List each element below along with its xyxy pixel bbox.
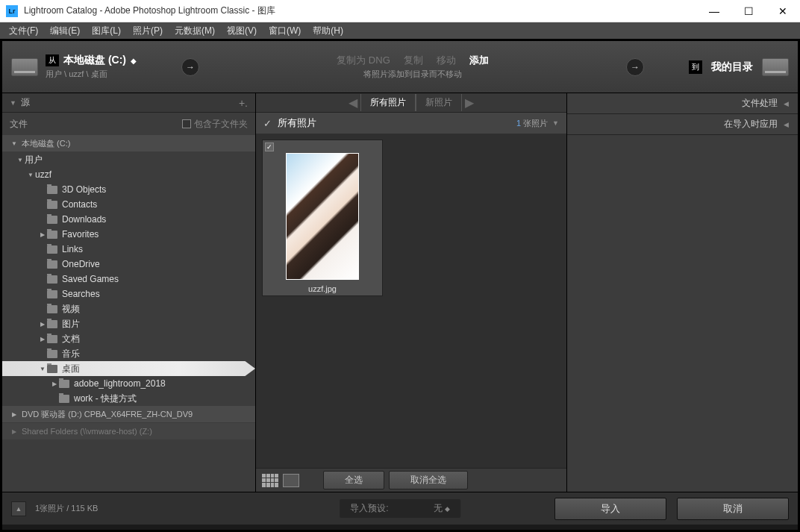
tree-item[interactable]: Saved Games xyxy=(2,272,255,287)
nav-next-icon[interactable]: → xyxy=(626,58,644,76)
folder-icon xyxy=(47,231,57,239)
tab-all-photos[interactable]: 所有照片 xyxy=(360,94,416,111)
grid-view-button[interactable] xyxy=(262,474,278,487)
menu-bar: 文件(F) 编辑(E) 图库(L) 照片(P) 元数据(M) 视图(V) 窗口(… xyxy=(0,22,800,39)
tree-item[interactable]: ▶图片 xyxy=(2,316,255,331)
menu-file[interactable]: 文件(F) xyxy=(3,23,44,39)
status-text: 1张照片 / 115 KB xyxy=(35,503,98,514)
folder-icon xyxy=(47,350,57,358)
photo-count-label: 张照片 xyxy=(523,119,548,128)
tree-item[interactable]: Links xyxy=(2,242,255,257)
source-selector[interactable]: 从 本地磁盘 (C:) ◆ xyxy=(46,54,137,67)
menu-photo[interactable]: 照片(P) xyxy=(127,23,169,39)
tree-item[interactable]: work - 快捷方式 xyxy=(2,391,255,406)
photo-count-number: 1 xyxy=(516,119,521,128)
thumbnail-filename: uzzf.jpg xyxy=(265,284,380,293)
tree-label: adobe_lightroom_2018 xyxy=(74,378,166,389)
folder-icon xyxy=(59,395,69,403)
action-add[interactable]: 添加 xyxy=(469,54,489,67)
tree-drive-z[interactable]: ▶Shared Folders (\\vmware-host) (Z:) xyxy=(2,423,255,439)
action-copy[interactable]: 复制 xyxy=(404,54,423,67)
file-handling-panel[interactable]: 文件处理 ◀ xyxy=(567,93,798,114)
folder-icon xyxy=(47,365,57,373)
action-copy-dng[interactable]: 复制为 DNG xyxy=(337,54,390,67)
select-all-button[interactable]: 全选 xyxy=(323,471,384,489)
apply-during-import-panel[interactable]: 在导入时应用 ◀ xyxy=(567,114,798,135)
expand-up-button[interactable]: ▲ xyxy=(11,501,26,516)
tree-item[interactable]: Downloads xyxy=(2,212,255,227)
thumbnails-area: ✓ uzzf.jpg xyxy=(256,134,566,468)
tab-next-icon[interactable]: ▶ xyxy=(465,96,474,110)
center-panel: ◀ 所有照片 新照片 ▶ ✓ 所有照片 1 张照片 ▼ ✓ uzzf.jpg 全… xyxy=(256,93,566,492)
folder-icon xyxy=(59,380,69,388)
minimize-button[interactable]: — xyxy=(697,0,731,22)
maximize-button[interactable]: ☐ xyxy=(731,0,766,22)
menu-edit[interactable]: 编辑(E) xyxy=(44,23,86,39)
folder-icon xyxy=(47,216,57,224)
tab-new-photos[interactable]: 新照片 xyxy=(416,94,462,111)
menu-help[interactable]: 帮助(H) xyxy=(307,23,349,39)
tree-item[interactable]: 视频 xyxy=(2,301,255,316)
thumbnail-image xyxy=(286,153,359,280)
menu-library[interactable]: 图库(L) xyxy=(86,23,127,39)
thumbnail-checkbox[interactable]: ✓ xyxy=(265,143,274,151)
tree-label: Links xyxy=(62,244,83,254)
folder-icon xyxy=(47,275,57,284)
close-button[interactable]: ✕ xyxy=(766,0,800,22)
tree-label: 桌面 xyxy=(62,363,80,375)
tree-users[interactable]: ▼用户 xyxy=(2,152,255,167)
all-photos-title: 所有照片 xyxy=(278,116,316,130)
tree-label: 音乐 xyxy=(62,348,80,360)
tree-item[interactable]: ▶adobe_lightroom_2018 xyxy=(2,376,255,391)
bottom-strip xyxy=(2,525,798,530)
file-label: 文件 xyxy=(10,118,28,131)
tree-label: 用户 xyxy=(25,154,43,166)
check-all-icon[interactable]: ✓ xyxy=(263,118,272,129)
tree-drive-c[interactable]: ▼本地磁盘 (C:) xyxy=(2,135,255,151)
left-panel: ▼ 源 +. 文件 包含子文件夹 ▼本地磁盘 (C:) ▼用户 ▼uzzf 3D… xyxy=(2,93,256,492)
tree-item[interactable]: ▶Favorites xyxy=(2,227,255,242)
tree-item[interactable]: ▶文档 xyxy=(2,331,255,346)
center-tabs: ◀ 所有照片 新照片 ▶ xyxy=(256,93,566,113)
menu-metadata[interactable]: 元数据(M) xyxy=(169,23,221,39)
include-subfolders-label: 包含子文件夹 xyxy=(194,118,248,131)
tree-item[interactable]: 3D Objects xyxy=(2,182,255,197)
tree-label: Favorites xyxy=(62,229,99,240)
file-handling-label: 文件处理 xyxy=(742,97,778,110)
tree-item[interactable]: OneDrive xyxy=(2,257,255,272)
tree-desktop[interactable]: ▼桌面 xyxy=(2,361,255,376)
thumbnail-item[interactable]: ✓ uzzf.jpg xyxy=(262,140,383,296)
destination-label[interactable]: 我的目录 xyxy=(711,60,753,74)
folder-icon xyxy=(47,335,57,343)
add-source-button[interactable]: +. xyxy=(239,97,248,109)
folder-icon xyxy=(47,320,57,328)
bottom-bar: ▲ 1张照片 / 115 KB 导入预设: 无 ◆ 导入 取消 xyxy=(2,492,798,525)
deselect-all-button[interactable]: 取消全选 xyxy=(389,471,468,489)
triangle-left-icon: ◀ xyxy=(784,121,789,128)
include-subfolders-checkbox[interactable]: 包含子文件夹 xyxy=(182,118,248,131)
folder-tree: ▼本地磁盘 (C:) ▼用户 ▼uzzf 3D Objects Contacts… xyxy=(2,135,255,492)
tree-uzzf[interactable]: ▼uzzf xyxy=(2,167,255,182)
tree-label: Contacts xyxy=(62,199,97,210)
tree-item[interactable]: Contacts xyxy=(2,197,255,212)
loupe-view-button[interactable] xyxy=(283,474,299,487)
folder-icon xyxy=(47,245,57,254)
tree-drive-d[interactable]: ▶DVD 驱动器 (D:) CPBA_X64FRE_ZH-CN_DV9 xyxy=(2,406,255,422)
to-badge: 到 xyxy=(689,60,702,74)
folder-icon xyxy=(47,201,57,209)
cancel-button[interactable]: 取消 xyxy=(677,498,789,520)
import-preset-selector[interactable]: 导入预设: 无 ◆ xyxy=(340,499,460,518)
tree-item[interactable]: 音乐 xyxy=(2,346,255,361)
import-button[interactable]: 导入 xyxy=(554,498,666,520)
triangle-down-icon: ▼ xyxy=(10,99,16,107)
source-panel-header[interactable]: ▼ 源 +. xyxy=(2,93,255,113)
tree-item[interactable]: Searches xyxy=(2,287,255,301)
folder-icon xyxy=(47,260,57,269)
tab-prev-icon[interactable]: ◀ xyxy=(349,96,357,110)
menu-window[interactable]: 窗口(W) xyxy=(263,23,307,39)
source-disk-label: 本地磁盘 (C:) xyxy=(63,54,126,67)
menu-view[interactable]: 视图(V) xyxy=(221,23,263,39)
sort-menu-icon[interactable]: ▼ xyxy=(552,119,559,127)
action-move[interactable]: 移动 xyxy=(437,54,456,67)
nav-next-icon[interactable]: → xyxy=(181,58,199,76)
